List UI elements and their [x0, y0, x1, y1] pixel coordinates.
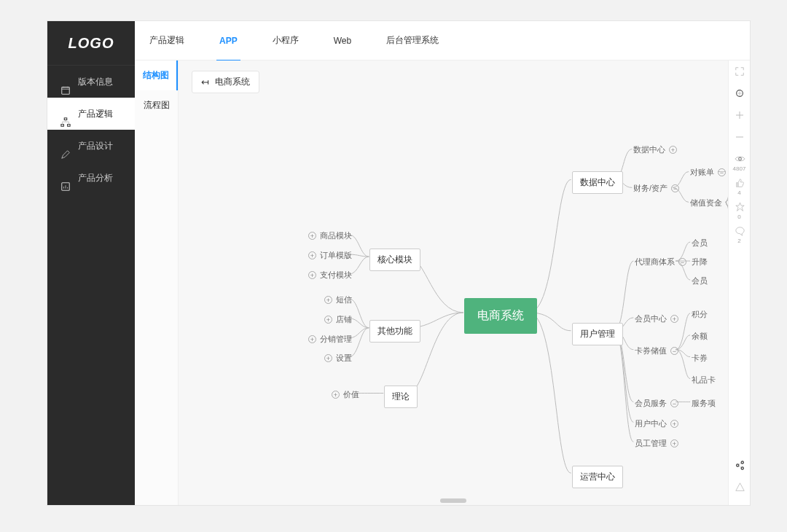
zoom-out-button[interactable] [729, 126, 751, 148]
expand-icon: + [324, 296, 332, 304]
leaf[interactable]: 卡券 [692, 353, 708, 364]
sidebar: LOGO 版本信息 产品逻辑 产品设计 产品分析 [47, 21, 135, 505]
report-button[interactable] [729, 476, 751, 498]
leaf[interactable]: 员工管理+ [635, 438, 678, 449]
expand-icon: + [308, 335, 316, 343]
leaf[interactable]: +支付模块 [308, 270, 352, 281]
expand-icon: + [669, 146, 677, 154]
expand-icon: + [308, 232, 316, 240]
expand-icon: + [308, 251, 316, 259]
leaf[interactable]: 用户中心+ [635, 418, 678, 429]
node-other-features[interactable]: 其他功能 [369, 320, 420, 343]
tab-product-logic[interactable]: 产品逻辑 [149, 31, 184, 50]
tab-web[interactable]: Web [334, 33, 351, 49]
node-data-center[interactable]: 数据中心 [572, 171, 623, 194]
svg-rect-2 [61, 125, 64, 127]
leaf[interactable]: 会员中心+ [635, 313, 678, 324]
svg-rect-0 [62, 87, 70, 95]
leaf[interactable]: 储值资金− [690, 197, 728, 208]
sub-tabs: 结构图 流程图 [135, 60, 179, 505]
subtab-flow[interactable]: 流程图 [135, 90, 178, 120]
share-button[interactable] [729, 454, 751, 476]
fit-to-screen-button[interactable] [729, 82, 751, 104]
svg-point-10 [736, 463, 738, 466]
expand-icon: + [670, 439, 678, 447]
leaf[interactable]: 会员服务− [635, 398, 678, 409]
collapse-icon: − [678, 258, 686, 266]
svg-rect-1 [64, 118, 67, 120]
leaf[interactable]: +短信 [324, 294, 352, 305]
svg-rect-3 [68, 125, 71, 127]
leaf[interactable]: 会员 [692, 238, 708, 249]
chart-icon [60, 173, 71, 183]
sidebar-item-version[interactable]: 版本信息 [47, 66, 135, 98]
collapse-icon: − [670, 347, 678, 355]
tab-admin[interactable]: 后台管理系统 [386, 31, 439, 50]
svg-point-11 [741, 461, 743, 463]
logo: LOGO [47, 21, 135, 65]
leaf[interactable]: 数据中心+ [633, 144, 677, 155]
expand-icon: + [332, 391, 340, 399]
like-count: 4 [729, 189, 750, 196]
sidebar-item-label: 产品逻辑 [78, 98, 113, 130]
leaf[interactable]: +店铺 [324, 314, 352, 325]
expand-icon: + [324, 316, 332, 324]
leaf[interactable]: +订单模版 [308, 250, 352, 261]
sidebar-item-label: 产品设计 [78, 130, 113, 162]
leaf[interactable]: +设置 [324, 353, 352, 364]
scrollbar-horizontal[interactable] [440, 498, 466, 503]
leaf[interactable]: 对账单− [690, 167, 726, 178]
svg-point-7 [737, 230, 738, 230]
leaf[interactable]: 卡券储值− [635, 345, 678, 356]
leaf[interactable]: 升降 [692, 257, 708, 267]
leaf[interactable]: +分销管理 [308, 334, 352, 345]
tab-miniapp[interactable]: 小程序 [273, 31, 299, 50]
expand-icon: + [324, 354, 332, 362]
svg-point-9 [741, 230, 742, 230]
expand-icon: + [308, 271, 316, 279]
top-tabs: 产品逻辑 APP 小程序 Web 后台管理系统 [135, 21, 750, 60]
node-theory[interactable]: 理论 [384, 386, 418, 408]
leaf[interactable]: 会员 [692, 275, 708, 286]
svg-point-6 [738, 157, 741, 160]
fav-count: 0 [729, 214, 750, 220]
sidebar-item-logic[interactable]: 产品逻辑 [47, 98, 135, 130]
tab-app[interactable]: APP [219, 33, 238, 49]
sitemap-icon [60, 109, 71, 119]
sidebar-item-label: 产品分析 [78, 162, 113, 194]
right-toolbar: 4807 4 0 2 [728, 60, 750, 505]
mindmap-root[interactable]: 电商系统 [464, 298, 537, 334]
leaf[interactable]: 代理商体系− [635, 257, 686, 267]
collapse-icon: − [670, 399, 678, 407]
svg-rect-13 [739, 485, 740, 488]
leaf[interactable]: 财务/资产− [633, 183, 679, 194]
leaf[interactable]: +商品模块 [308, 230, 352, 241]
leaf[interactable]: 积分 [692, 309, 708, 320]
comment-count: 2 [729, 238, 750, 244]
subtab-structure[interactable]: 结构图 [135, 60, 178, 90]
mindmap-canvas[interactable]: ↤ 电商系统 [179, 60, 728, 505]
svg-point-8 [739, 230, 740, 230]
leaf[interactable]: 服务项 [692, 398, 716, 409]
svg-point-12 [741, 466, 743, 469]
pencil-icon [60, 141, 71, 151]
leaf[interactable]: 余额 [692, 331, 708, 342]
leaf[interactable]: 礼品卡 [692, 375, 716, 386]
sidebar-item-analysis[interactable]: 产品分析 [47, 162, 135, 194]
collapse-icon: − [718, 168, 726, 176]
calendar-icon [60, 77, 71, 87]
leaf[interactable]: +价值 [332, 389, 359, 400]
svg-rect-14 [739, 488, 740, 489]
expand-icon: + [670, 315, 678, 323]
sidebar-item-label: 版本信息 [78, 66, 113, 98]
expand-icon: + [670, 420, 678, 428]
fullscreen-button[interactable] [729, 60, 751, 82]
views-count: 4807 [729, 165, 750, 172]
zoom-in-button[interactable] [729, 104, 751, 126]
node-user-mgmt[interactable]: 用户管理 [572, 323, 623, 345]
node-ops-center[interactable]: 运营中心 [572, 466, 623, 488]
node-core-module[interactable]: 核心模块 [369, 249, 420, 271]
sidebar-item-design[interactable]: 产品设计 [47, 130, 135, 162]
collapse-icon: − [671, 184, 679, 192]
